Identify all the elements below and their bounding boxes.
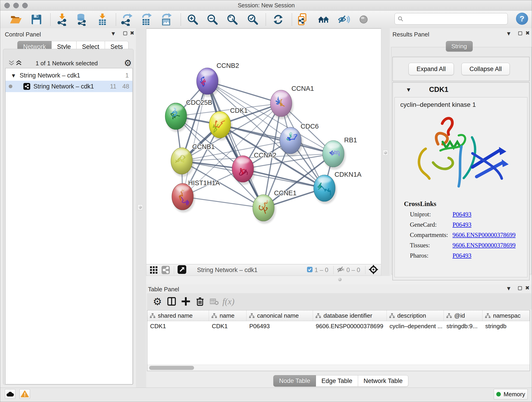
right-splitter[interactable] — [381, 28, 390, 276]
panel-close-icon[interactable]: ✖ — [525, 30, 530, 36]
panel-float-icon[interactable] — [123, 32, 127, 35]
network-node-CDKN1A[interactable] — [314, 175, 337, 204]
collapse-all-tree-button[interactable] — [8, 59, 15, 68]
search-field[interactable] — [394, 13, 508, 25]
home-networks-button[interactable] — [317, 13, 330, 26]
export-image-button[interactable] — [159, 13, 173, 26]
network-node-CCNB2[interactable] — [196, 68, 220, 97]
memory-button[interactable]: Memory — [494, 389, 528, 400]
column-header-@id[interactable]: @id — [444, 310, 482, 321]
network-collection-row[interactable]: ▼ String Network – cdk1 1 — [6, 70, 133, 81]
panel-float-icon[interactable] — [518, 286, 522, 290]
panel-float-icon[interactable] — [518, 32, 522, 35]
export-table-button[interactable] — [139, 13, 153, 26]
network-row-selected[interactable]: String Network – cdk1 11 48 — [6, 81, 133, 92]
column-header-description[interactable]: description — [387, 310, 444, 321]
network-node-CDK1[interactable] — [209, 111, 232, 140]
zoom-fit-button[interactable] — [226, 13, 239, 26]
database-icon — [75, 13, 88, 26]
function-builder-icon[interactable]: f(x) — [221, 296, 235, 307]
expand-all-tree-button[interactable] — [15, 59, 22, 68]
hidden-eye-icon[interactable] — [337, 266, 345, 274]
collapse-all-button[interactable]: Collapse All — [462, 63, 510, 75]
network-options-gear-icon[interactable]: ⚙ — [124, 58, 132, 68]
clone-network-button[interactable] — [297, 13, 310, 26]
network-graph[interactable]: CCNB2CCNA1CDC25BCDK1CDC6RB1CCNB1CCNA2CDK… — [146, 29, 381, 264]
birds-eye-grid-button[interactable] — [149, 266, 159, 274]
network-view-canvas[interactable]: CCNB2CCNA1CDC25BCDK1CDC6RB1CCNB1CCNA2CDK… — [146, 29, 381, 264]
network-collection-label: String Network – cdk1 — [20, 72, 80, 79]
tab-edge-table[interactable]: Edge Table — [316, 375, 358, 387]
scrollbar-thumb[interactable] — [149, 366, 194, 370]
zoom-in-button[interactable] — [186, 13, 199, 26]
import-table-button[interactable] — [96, 13, 109, 26]
open-session-button[interactable] — [9, 13, 22, 26]
panel-dropdown-icon[interactable]: ▼ — [507, 286, 510, 291]
network-node-RB1[interactable] — [323, 140, 346, 170]
network-node-CDC25B[interactable] — [165, 103, 188, 132]
edge-CCNB2-CCNE1[interactable] — [207, 81, 264, 208]
left-splitter[interactable] — [136, 28, 146, 388]
crosslink-value[interactable]: P06493 — [452, 211, 472, 218]
horizontal-splitter-handle[interactable] — [338, 278, 342, 281]
refresh-button[interactable] — [272, 13, 285, 26]
node-label-CCNA1: CCNA1 — [291, 85, 314, 92]
zoom-selected-button[interactable] — [246, 13, 259, 26]
right-splitter-handle[interactable] — [383, 150, 388, 155]
network-node-CCNA2[interactable] — [232, 156, 255, 185]
hide-selected-button[interactable] — [337, 13, 350, 26]
column-header-canonical-name[interactable]: canonical name — [247, 310, 313, 321]
column-header-namespac[interactable]: namespac — [482, 310, 530, 321]
network-view-title: String Network – cdk1 — [197, 267, 258, 274]
cdk1-section-header[interactable]: ▼ CDK1 — [393, 83, 529, 97]
horizontal-scrollbar[interactable] — [147, 365, 530, 371]
panel-close-icon[interactable]: ✖ — [525, 285, 530, 291]
network-node-CCNE1[interactable] — [253, 195, 276, 224]
network-node-HIST1H1A[interactable] — [172, 183, 195, 212]
search-input[interactable] — [405, 15, 507, 23]
table-row[interactable]: CDK1CDK1P064939606.ENSP00000378699cyclin… — [147, 321, 530, 331]
export-network-button[interactable] — [120, 13, 133, 26]
import-network-database-button[interactable] — [75, 13, 88, 26]
detach-view-button[interactable] — [177, 265, 186, 275]
crosslink-value[interactable]: P06493 — [452, 221, 472, 228]
add-column-icon[interactable] — [179, 296, 193, 307]
panel-dropdown-icon[interactable]: ▼ — [507, 31, 510, 36]
crosslink-value[interactable]: P06493 — [452, 252, 472, 259]
crosslink-value[interactable]: 9606.ENSP00000378699 — [452, 231, 515, 239]
left-splitter-handle[interactable] — [138, 204, 143, 210]
network-node-CDC6[interactable] — [280, 127, 303, 156]
expand-all-button[interactable]: Expand All — [409, 63, 454, 75]
panel-close-icon[interactable]: ✖ — [130, 30, 134, 36]
crosslink-value[interactable]: 9606.ENSP00000378699 — [452, 242, 515, 249]
delete-column-trash-icon[interactable] — [193, 296, 207, 307]
window-title: Session: New Session — [0, 2, 532, 9]
crosslink-row: Compartments:9606.ENSP00000378699 — [410, 231, 527, 239]
collection-count: 1 — [125, 72, 129, 79]
delete-table-icon[interactable] — [207, 296, 221, 307]
selected-checkbox-icon[interactable] — [307, 267, 313, 274]
fit-crosshair-icon[interactable] — [369, 265, 378, 275]
column-header-database-identifier[interactable]: database identifier — [313, 310, 387, 321]
tab-string[interactable]: String — [446, 41, 473, 51]
import-network-file-button[interactable] — [56, 13, 69, 26]
tab-node-table[interactable]: Node Table — [273, 375, 316, 387]
gene-name: CDK1 — [429, 85, 448, 94]
preview-eye-button[interactable] — [357, 13, 370, 26]
panel-dropdown-icon[interactable]: ▼ — [112, 31, 115, 36]
collapse-triangle-icon[interactable]: ▼ — [12, 73, 15, 78]
cloud-button[interactable] — [5, 389, 15, 399]
network-share-button[interactable] — [161, 266, 171, 274]
column-header-name[interactable]: name — [209, 310, 246, 321]
column-header-shared-name[interactable]: shared name — [147, 310, 209, 321]
zoom-out-button[interactable] — [206, 13, 219, 26]
warnings-button[interactable] — [19, 389, 30, 399]
help-button[interactable]: ? — [516, 13, 528, 25]
save-session-button[interactable] — [30, 13, 43, 26]
crosslink-label: GeneCard: — [410, 221, 452, 228]
collapse-triangle-icon[interactable]: ▼ — [407, 87, 410, 92]
tab-network-table[interactable]: Network Table — [358, 375, 409, 387]
table-options-gear-icon[interactable]: ⚙ — [150, 296, 165, 307]
show-columns-icon[interactable] — [165, 296, 179, 307]
node-label-CCNA2: CCNA2 — [254, 152, 276, 159]
